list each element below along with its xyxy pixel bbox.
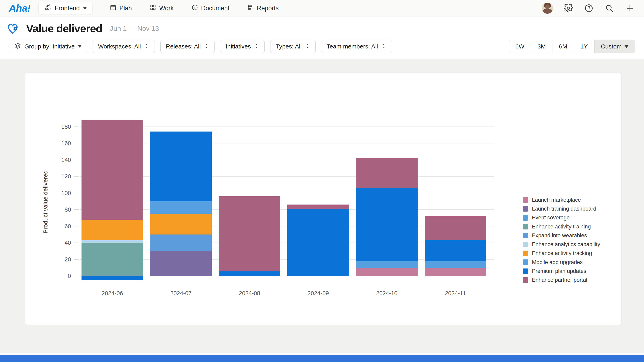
bar-segment[interactable]: [150, 251, 212, 276]
bar-segment[interactable]: [425, 240, 486, 261]
filter-label: Team members: All: [327, 43, 378, 50]
y-axis-tick: [74, 209, 79, 210]
chart-card: Product value delivered Launch marketpla…: [25, 73, 622, 325]
nav-item-document[interactable]: Document: [192, 4, 230, 12]
group-by-label: Group by: Initiative: [24, 43, 75, 50]
content-area: Product value delivered Launch marketpla…: [0, 59, 644, 353]
legend-label: Enhance analytics capability: [532, 241, 600, 248]
legend-swatch: [523, 224, 528, 230]
filter-label: Initiatives: [226, 43, 251, 50]
nav-item-label: Plan: [119, 5, 132, 12]
y-tick-label: 160: [51, 140, 71, 147]
grid-icon: [150, 4, 156, 12]
info-circle-icon: [192, 4, 198, 12]
nav-right: [542, 2, 635, 14]
workspace-switcher[interactable]: Frontend: [38, 2, 92, 15]
bar-segment[interactable]: [82, 276, 143, 280]
bar-segment[interactable]: [82, 120, 143, 220]
y-tick-label: 40: [51, 240, 71, 246]
aha-logo[interactable]: Aha!: [9, 2, 30, 14]
chevron-down-icon: [83, 7, 87, 9]
legend-item[interactable]: Launch marketplace: [523, 195, 600, 204]
bar-segment[interactable]: [356, 188, 418, 261]
filter-team-members[interactable]: Team members: All: [321, 40, 392, 53]
time-range-6m[interactable]: 6M: [552, 40, 574, 53]
filter-releases[interactable]: Releases: All: [160, 40, 214, 53]
time-range-1y[interactable]: 1Y: [574, 40, 594, 53]
group-by-dropdown[interactable]: Group by: Initiative: [9, 40, 87, 53]
bar-segment[interactable]: [82, 220, 143, 240]
nav-item-reports[interactable]: Reports: [247, 4, 279, 12]
legend-swatch: [523, 206, 528, 212]
bar-segment[interactable]: [150, 214, 212, 235]
x-tick-label: 2024-06: [82, 290, 143, 297]
x-tick-label: 2024-07: [150, 290, 212, 297]
legend-item[interactable]: Launch training dashboard: [523, 204, 600, 213]
filter-bar: Group by: Initiative Workspaces: AllRele…: [0, 37, 644, 59]
filter-label: Releases: All: [166, 43, 201, 50]
legend-item[interactable]: Enhance activity tracking: [523, 249, 600, 258]
y-tick-label: 120: [51, 173, 71, 180]
legend-item[interactable]: Enhance activity training: [523, 222, 600, 231]
calendar-icon: [110, 4, 116, 12]
help-icon[interactable]: [584, 3, 594, 13]
y-axis-tick: [74, 259, 79, 260]
y-tick-label: 140: [51, 156, 71, 163]
bar-segment[interactable]: [425, 216, 486, 240]
filter-workspaces[interactable]: Workspaces: All: [92, 40, 155, 53]
bar-segment[interactable]: [356, 268, 418, 276]
svg-text:#: #: [13, 24, 18, 32]
sort-arrows-icon: [204, 43, 209, 50]
chevron-down-icon: [78, 45, 82, 48]
legend-item[interactable]: Expand into wearables: [523, 231, 600, 240]
bar-segment[interactable]: [425, 268, 486, 276]
filter-initiatives[interactable]: Initiatives: [220, 40, 265, 53]
bar-segment[interactable]: [150, 235, 212, 251]
y-tick-label: 80: [51, 206, 71, 213]
bar-segment[interactable]: [219, 196, 280, 271]
legend-item[interactable]: Mobile app upgrades: [523, 258, 600, 267]
nav-item-work[interactable]: Work: [150, 4, 174, 12]
y-axis-tick: [74, 176, 79, 177]
bar-segment[interactable]: [219, 271, 280, 276]
legend-swatch: [523, 233, 528, 238]
filter-types[interactable]: Types: All: [270, 40, 315, 53]
bar-segment[interactable]: [82, 243, 143, 276]
sort-arrows-icon: [381, 43, 386, 50]
time-range-custom[interactable]: Custom: [594, 40, 635, 53]
bar-segment[interactable]: [288, 205, 349, 209]
bar-segment[interactable]: [356, 261, 418, 268]
settings-gear-icon[interactable]: [563, 3, 574, 13]
nav-item-label: Reports: [257, 5, 279, 12]
bar-segment[interactable]: [150, 201, 212, 214]
page-header: # Value delivered Jun 1 — Nov 13: [0, 16, 644, 37]
bar-segment[interactable]: [82, 240, 143, 243]
legend-item[interactable]: Premium plan updates: [523, 267, 600, 276]
legend-item[interactable]: Event coverage: [523, 213, 600, 222]
legend-item[interactable]: Enhance analytics capability: [523, 240, 600, 249]
bar-segment[interactable]: [150, 131, 212, 201]
legend-label: Enhance partner portal: [532, 277, 587, 283]
bar-segment[interactable]: [356, 158, 418, 188]
y-axis-tick: [74, 143, 79, 143]
bar-segment[interactable]: [425, 261, 486, 268]
legend-item[interactable]: Enhance partner portal: [523, 276, 600, 285]
nav-item-label: Document: [201, 5, 230, 12]
top-nav: Aha! Frontend Plan: [0, 0, 644, 16]
x-tick-label: 2024-09: [288, 290, 349, 297]
time-range-3m[interactable]: 3M: [531, 40, 552, 53]
search-icon[interactable]: [604, 3, 614, 13]
workspace-people-icon: [44, 3, 52, 13]
time-range-6w[interactable]: 6W: [509, 40, 531, 53]
legend-label: Premium plan updates: [532, 268, 586, 274]
user-avatar[interactable]: [542, 2, 553, 14]
report-bars-icon: [247, 4, 254, 12]
bar-segment[interactable]: [288, 209, 349, 276]
add-plus-icon[interactable]: [625, 3, 635, 13]
legend-label: Expand into wearables: [532, 233, 587, 239]
y-tick-label: 20: [51, 256, 71, 263]
legend-swatch: [523, 277, 528, 283]
x-tick-label: 2024-08: [219, 290, 280, 297]
nav-item-plan[interactable]: Plan: [110, 4, 132, 12]
y-tick-label: 180: [51, 123, 71, 130]
